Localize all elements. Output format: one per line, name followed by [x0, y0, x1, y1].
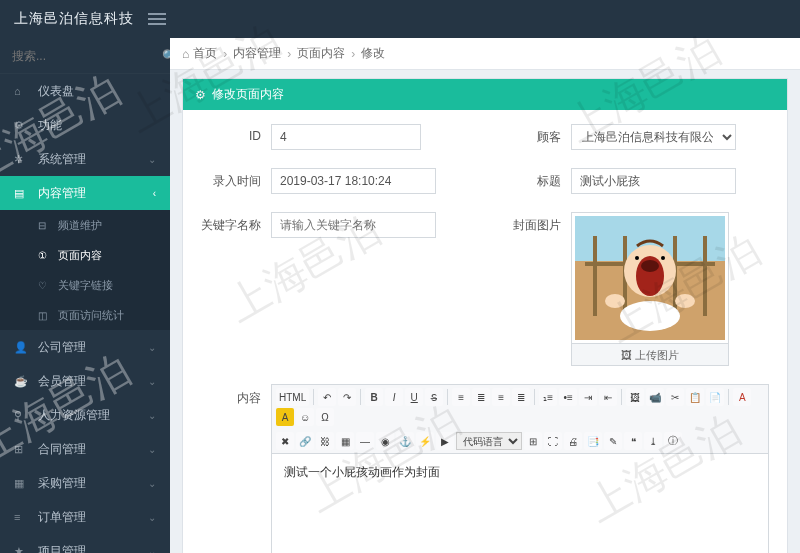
align-justify-icon[interactable]: ≣ [512, 388, 530, 406]
breadcrumb: ⌂ 首页 › 内容管理 › 页面内容 › 修改 [170, 38, 800, 70]
submenu-keyword[interactable]: ♡ 关键字链接 [0, 270, 170, 300]
select-customer[interactable]: 上海邑泊信息科技有限公司 [571, 124, 736, 150]
editor-toolbar: HTML ↶ ↷ B I U S̶ ≡ ≣ ≡ [272, 385, 768, 454]
submenu-label: 页面内容 [58, 248, 102, 263]
cut-icon[interactable]: ✂ [666, 388, 684, 406]
sidebar-item-function[interactable]: ⚙ 功能 [0, 108, 170, 142]
symbol-icon[interactable]: Ω [316, 408, 334, 426]
image-icon[interactable]: 🖼 [626, 388, 644, 406]
italic-icon[interactable]: I [385, 388, 403, 406]
chevron-down-icon: ⌄ [148, 376, 156, 387]
search-input[interactable] [12, 49, 162, 63]
sidebar-item-dashboard[interactable]: ⌂ 仪表盘 [0, 74, 170, 108]
indent-icon[interactable]: ⇥ [579, 388, 597, 406]
text-color-icon[interactable]: A [733, 388, 751, 406]
brand-title: 上海邑泊信息科技 [14, 10, 134, 28]
hamburger-icon[interactable] [148, 13, 166, 25]
sidebar-item-contract[interactable]: ⊞ 合同管理 ⌄ [0, 432, 170, 466]
submenu-channel[interactable]: ⊟ 频道维护 [0, 210, 170, 240]
input-time[interactable] [271, 168, 436, 194]
hr-icon[interactable]: — [356, 432, 374, 450]
align-right-icon[interactable]: ≡ [492, 388, 510, 406]
sidebar-item-order[interactable]: ≡ 订单管理 ⌄ [0, 500, 170, 534]
template-icon[interactable]: 📑 [584, 432, 602, 450]
quote-icon[interactable]: ❝ [624, 432, 642, 450]
flash-icon[interactable]: ⚡ [416, 432, 434, 450]
copy-icon[interactable]: 📋 [686, 388, 704, 406]
redo-icon[interactable]: ↷ [338, 388, 356, 406]
sidebar-item-member[interactable]: ☕ 会员管理 ⌄ [0, 364, 170, 398]
align-left-icon[interactable]: ≡ [452, 388, 470, 406]
sidebar-item-content[interactable]: ▤ 内容管理 ‹ [0, 176, 170, 210]
upload-icon: 🖼 [621, 349, 632, 361]
form: ID 顾客 上海邑泊信息科技有限公司 录入时间 [183, 110, 787, 553]
list-icon: ▦ [14, 477, 30, 490]
separator-icon: › [223, 47, 227, 61]
submenu-page-content[interactable]: ① 页面内容 [0, 240, 170, 270]
sidebar-item-hr[interactable]: ⚲ 人力资源管理 ⌄ [0, 398, 170, 432]
sidebar-item-purchase[interactable]: ▦ 采购管理 ⌄ [0, 466, 170, 500]
sidebar-item-label: 项目管理 [38, 543, 86, 554]
link-icon[interactable]: 🔗 [296, 432, 314, 450]
sidebar-item-label: 合同管理 [38, 441, 86, 458]
editor-content[interactable]: 测试一个小屁孩动画作为封面 [272, 454, 768, 553]
html-button[interactable]: HTML [276, 388, 309, 406]
star-icon: ★ [14, 545, 30, 554]
ol-icon[interactable]: ₁≡ [539, 388, 557, 406]
eraser-icon[interactable]: ✖ [276, 432, 294, 450]
sidebar-item-system[interactable]: ✲ 系统管理 ⌄ [0, 142, 170, 176]
person-icon: 👤 [14, 341, 30, 354]
chevron-down-icon: ⌄ [148, 546, 156, 554]
underline-icon[interactable]: U [405, 388, 423, 406]
map-icon[interactable]: ◉ [376, 432, 394, 450]
bold-icon[interactable]: B [365, 388, 383, 406]
search-icon[interactable]: 🔍 [162, 49, 170, 63]
emoji-icon[interactable]: ☺ [296, 408, 314, 426]
submenu-stats[interactable]: ◫ 页面访问统计 [0, 300, 170, 330]
edit-panel: ⚙ 修改页面内容 ID 顾客 上海邑泊信息科技有限公司 [182, 78, 788, 553]
upload-button[interactable]: 🖼 上传图片 [571, 344, 729, 366]
input-title[interactable] [571, 168, 736, 194]
gear-icon: ⚙ [14, 119, 30, 132]
label-id: ID [201, 124, 271, 143]
undo-icon[interactable]: ↶ [318, 388, 336, 406]
label-content: 内容 [201, 384, 271, 407]
format-icon[interactable]: ✎ [604, 432, 622, 450]
sidebar-item-label: 仪表盘 [38, 83, 74, 100]
bg-color-icon[interactable]: A [276, 408, 294, 426]
align-center-icon[interactable]: ≣ [472, 388, 490, 406]
unlink-icon[interactable]: ⛓ [316, 432, 334, 450]
sidebar-item-company[interactable]: 👤 公司管理 ⌄ [0, 330, 170, 364]
code-lang-select[interactable]: 代码语言 [456, 432, 522, 450]
breadcrumb-home[interactable]: 首页 [193, 45, 217, 62]
about-icon[interactable]: ⓘ [664, 432, 682, 450]
fullscreen-icon[interactable]: ⛶ [544, 432, 562, 450]
submenu-label: 频道维护 [58, 218, 102, 233]
heart-icon: ♡ [38, 280, 52, 291]
print-icon[interactable]: 🖨 [564, 432, 582, 450]
input-id[interactable] [271, 124, 421, 150]
sidebar-item-project[interactable]: ★ 项目管理 ⌄ [0, 534, 170, 553]
video-icon[interactable]: 📹 [646, 388, 664, 406]
media-icon[interactable]: ▶ [436, 432, 454, 450]
input-keyword[interactable] [271, 212, 436, 238]
anchor-icon[interactable]: ⚓ [396, 432, 414, 450]
preview-icon[interactable]: ⊞ [524, 432, 542, 450]
breadcrumb-l2[interactable]: 页面内容 [297, 45, 345, 62]
pagebreak-icon[interactable]: ⤓ [644, 432, 662, 450]
chevron-down-icon: ⌄ [148, 512, 156, 523]
outdent-icon[interactable]: ⇤ [599, 388, 617, 406]
breadcrumb-l1[interactable]: 内容管理 [233, 45, 281, 62]
paste-icon[interactable]: 📄 [706, 388, 724, 406]
chevron-left-icon: ‹ [153, 188, 156, 199]
panel-icon: ◫ [38, 310, 52, 321]
strike-icon[interactable]: S̶ [425, 388, 443, 406]
svg-point-11 [635, 256, 639, 260]
panel-header: ⚙ 修改页面内容 [183, 79, 787, 110]
svg-point-14 [675, 294, 695, 308]
ul-icon[interactable]: •≡ [559, 388, 577, 406]
chevron-down-icon: ⌄ [148, 444, 156, 455]
chevron-down-icon: ⌄ [148, 410, 156, 421]
label-customer: 顾客 [511, 124, 571, 146]
table-icon[interactable]: ▦ [336, 432, 354, 450]
